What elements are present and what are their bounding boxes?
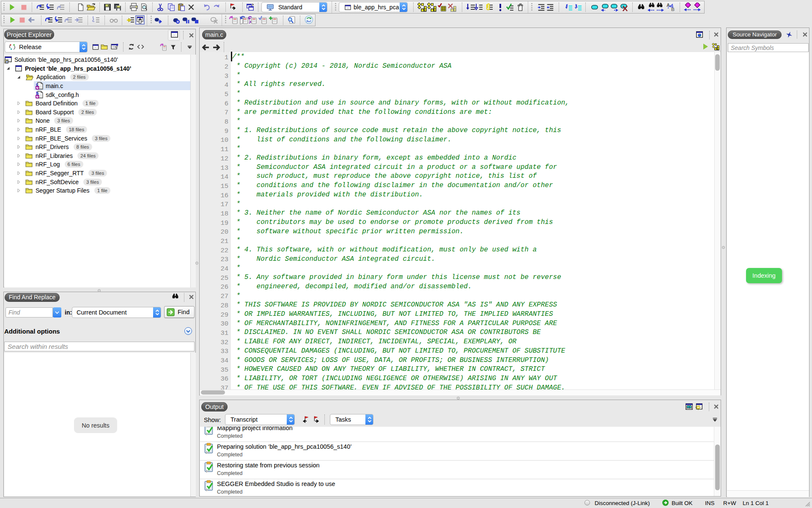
svg-text:h: h — [36, 91, 38, 96]
svg-text:B: B — [671, 7, 675, 12]
svg-text:A: A — [667, 3, 670, 8]
svg-text:c: c — [36, 82, 38, 87]
